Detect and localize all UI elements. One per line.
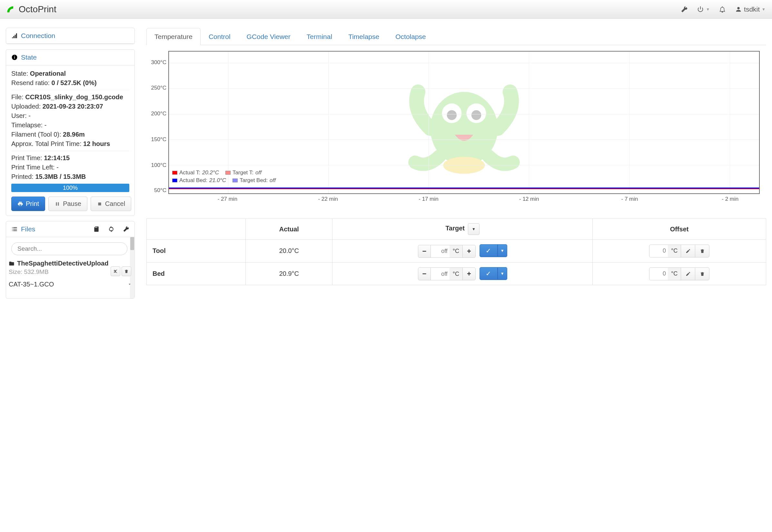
- octoprint-logo-icon: [6, 5, 15, 14]
- offset-edit-button[interactable]: [681, 245, 695, 257]
- target-increment-button[interactable]: +: [463, 245, 476, 258]
- folder-size: 532.9MB: [24, 268, 49, 275]
- offset-input[interactable]: [649, 267, 668, 280]
- xtick: - 7 min: [622, 196, 638, 202]
- approx-value: 12 hours: [83, 140, 110, 147]
- tab-octolapse[interactable]: Octolapse: [387, 28, 434, 45]
- print-button[interactable]: Print: [11, 197, 45, 211]
- target-input[interactable]: [431, 245, 449, 258]
- username-label: tsdkit: [744, 5, 760, 13]
- target-dropdown-button[interactable]: ▼: [497, 244, 507, 257]
- power-icon: [697, 6, 704, 13]
- state-value: Operational: [30, 70, 66, 77]
- ytick: 100°C: [149, 162, 166, 169]
- svg-point-2: [14, 56, 15, 56]
- connection-link[interactable]: Connection: [21, 32, 55, 40]
- target-increment-button[interactable]: +: [463, 267, 476, 280]
- th-offset: Offset: [593, 219, 766, 240]
- state-link[interactable]: State: [21, 53, 37, 61]
- offset-edit-button[interactable]: [681, 267, 695, 280]
- files-panel-heading[interactable]: Files: [6, 221, 134, 237]
- svg-rect-1: [14, 57, 15, 59]
- pencil-icon: [686, 271, 691, 276]
- user-menu[interactable]: tsdkit ▼: [735, 5, 766, 13]
- printtime-value: 12:14:15: [44, 154, 70, 161]
- ytick: 150°C: [149, 136, 166, 143]
- state-panel-heading[interactable]: State: [6, 50, 134, 65]
- offset-input[interactable]: [649, 245, 668, 257]
- bell-icon: [719, 6, 726, 13]
- target-apply-button[interactable]: ✓: [479, 267, 497, 280]
- print-progress-bar: 100%: [11, 184, 129, 192]
- target-apply-button[interactable]: ✓: [479, 244, 497, 257]
- chevron-down-icon: [127, 282, 132, 286]
- ytick: 50°C: [149, 187, 166, 194]
- state-label: State:: [11, 70, 28, 77]
- printtimeleft-label: Print Time Left:: [11, 164, 55, 171]
- files-search-input[interactable]: [11, 242, 127, 255]
- app-brand[interactable]: OctoPrint: [6, 4, 56, 15]
- cut-button[interactable]: [111, 266, 120, 276]
- caret-down-icon: ▼: [762, 7, 766, 12]
- th-actual: Actual: [246, 219, 333, 240]
- file-entry[interactable]: CAT-35~1.GCO: [7, 281, 133, 289]
- unit-label: °C: [449, 267, 463, 280]
- unit-label: °C: [668, 267, 681, 280]
- offset-delete-button[interactable]: [695, 245, 709, 257]
- printed-label: Printed:: [11, 173, 34, 180]
- expand-file-button[interactable]: [127, 281, 132, 288]
- system-menu[interactable]: ▼: [697, 6, 710, 13]
- delete-button[interactable]: [121, 266, 131, 276]
- file-value: CCR10S_slinky_dog_150.gcode: [25, 93, 123, 101]
- folder-entry[interactable]: TheSpaghettiDetectiveUpload Size: 532.9M…: [7, 260, 133, 276]
- folder-icon: [9, 261, 14, 266]
- xtick: - 17 min: [419, 196, 438, 202]
- printtime-label: Print Time:: [11, 154, 42, 161]
- notifications-button[interactable]: [719, 6, 726, 13]
- temp-row-bed: Bed 20.9°C − °C + ✓ ▼: [147, 262, 766, 285]
- target-dropdown-button[interactable]: ▼: [497, 267, 507, 280]
- scissors-icon: [113, 269, 118, 274]
- xtick: - 27 min: [218, 196, 237, 202]
- temp-row-tool: Tool 20.0°C − °C + ✓ ▼: [147, 240, 766, 263]
- offset-delete-button[interactable]: [695, 267, 709, 280]
- settings-button[interactable]: [681, 6, 688, 13]
- filament-value: 28.96m: [63, 131, 85, 138]
- pause-icon: [54, 201, 60, 207]
- tab-temperature[interactable]: Temperature: [146, 28, 201, 45]
- files-link[interactable]: Files: [21, 225, 35, 233]
- svg-rect-3: [56, 202, 57, 206]
- actual-temp: 20.0°C: [246, 240, 333, 263]
- trash-icon: [700, 271, 705, 276]
- tab-gcode-viewer[interactable]: GCode Viewer: [239, 28, 299, 45]
- tab-terminal[interactable]: Terminal: [299, 28, 340, 45]
- target-decrement-button[interactable]: −: [418, 267, 431, 280]
- unit-label: °C: [449, 245, 463, 258]
- ytick: 300°C: [149, 59, 166, 66]
- user-icon: [735, 6, 742, 13]
- print-icon: [17, 201, 23, 207]
- xtick: - 12 min: [519, 196, 539, 202]
- sdcard-icon[interactable]: [93, 226, 100, 232]
- target-input[interactable]: [431, 267, 449, 280]
- target-decrement-button[interactable]: −: [418, 245, 431, 258]
- refresh-icon[interactable]: [108, 226, 114, 232]
- user-value: -: [28, 112, 31, 119]
- row-label: Tool: [147, 240, 246, 263]
- svg-point-9: [447, 110, 457, 120]
- target-preset-dropdown[interactable]: ▼: [468, 223, 479, 235]
- connection-panel-heading[interactable]: Connection: [6, 28, 134, 44]
- list-icon: [11, 226, 18, 232]
- svg-rect-4: [58, 202, 59, 206]
- cancel-button[interactable]: Cancel: [91, 197, 131, 211]
- wrench-icon[interactable]: [123, 226, 129, 232]
- tab-timelapse[interactable]: Timelapse: [340, 28, 387, 45]
- ytick: 200°C: [149, 111, 166, 117]
- user-label: User:: [11, 112, 27, 119]
- svg-point-11: [443, 157, 485, 174]
- timelapse-value: -: [44, 121, 47, 129]
- filament-label: Filament (Tool 0):: [11, 131, 61, 138]
- pause-button[interactable]: Pause: [48, 197, 87, 211]
- printed-value: 15.3MB / 15.3MB: [35, 173, 86, 180]
- tab-control[interactable]: Control: [201, 28, 239, 45]
